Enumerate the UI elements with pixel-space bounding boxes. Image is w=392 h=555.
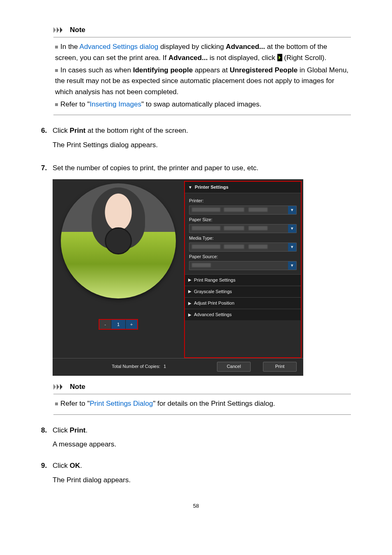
step-number: 9. xyxy=(41,460,53,471)
media-type-select[interactable]: ▾ xyxy=(189,243,297,252)
dropdown-arrow-icon: ▾ xyxy=(288,261,296,270)
svg-marker-3 xyxy=(53,384,56,390)
settings-pane: ▼ Printer Settings Printer: ▾ Paper Size… xyxy=(184,181,302,358)
triangle-right-icon: ▶ xyxy=(188,288,191,295)
step-7: 7. Set the number of copies to print, th… xyxy=(41,163,351,173)
chevrons-right-icon xyxy=(53,26,67,34)
step-text: Click Print at the bottom right of the s… xyxy=(53,125,351,136)
print-button[interactable]: Print xyxy=(263,362,297,372)
media-type-label: Media Type: xyxy=(189,235,297,242)
triangle-right-icon: ▶ xyxy=(188,300,191,307)
paper-size-select[interactable]: ▾ xyxy=(189,224,297,233)
disc-hole xyxy=(105,227,132,254)
svg-marker-2 xyxy=(60,27,62,33)
step-8-sub: A message appears. xyxy=(53,439,351,450)
step-text: Set the number of copies to print, the p… xyxy=(53,163,351,173)
copies-value[interactable]: 1 xyxy=(111,320,125,329)
step-8: 8. Click Print. xyxy=(41,425,351,436)
note2-item: Refer to "Print Settings Dialog" for det… xyxy=(55,398,349,409)
note-box-1: Note In the Advanced Settings dialog dis… xyxy=(53,25,351,115)
dropdown-arrow-icon: ▾ xyxy=(288,243,296,251)
step-9: 9. Click OK. xyxy=(41,460,351,471)
triangle-down-icon: ▼ xyxy=(188,184,192,191)
chevrons-right-icon xyxy=(53,383,67,391)
page-number: 58 xyxy=(41,502,351,510)
triangle-right-icon: ▶ xyxy=(188,312,191,318)
advanced-settings-dialog-link[interactable]: Advanced Settings dialog xyxy=(79,43,158,51)
print-settings-dialog-link[interactable]: Print Settings Dialog xyxy=(90,400,153,407)
note-title: Note xyxy=(70,382,85,392)
paper-source-label: Paper Source: xyxy=(189,253,297,260)
note1-item1: In the Advanced Settings dialog displaye… xyxy=(55,42,349,63)
step-text: Click Print. xyxy=(53,425,351,436)
dialog-footer: Total Number of Copies: 1 Cancel Print xyxy=(53,358,303,376)
bullet-icon xyxy=(55,103,58,106)
svg-marker-1 xyxy=(57,27,59,33)
disc-preview xyxy=(61,183,176,298)
step-6: 6. Click Print at the bottom right of th… xyxy=(41,125,351,136)
preview-pane: - 1 + xyxy=(53,179,184,358)
step-text: Click OK. xyxy=(53,460,351,471)
note-box-2: Note Refer to "Print Settings Dialog" fo… xyxy=(53,382,351,415)
bullet-icon xyxy=(55,402,58,405)
svg-marker-5 xyxy=(60,384,62,390)
note1-item3: Refer to "Inserting Images" to swap auto… xyxy=(55,99,349,110)
grayscale-settings-header[interactable]: ▶Grayscale Settings xyxy=(185,286,301,297)
svg-marker-0 xyxy=(53,27,56,33)
total-copies-label: Total Number of Copies: xyxy=(59,363,164,370)
inserting-images-link[interactable]: Inserting Images xyxy=(90,100,141,108)
triangle-right-icon: ▶ xyxy=(188,277,191,283)
step-6-sub: The Print Settings dialog appears. xyxy=(53,140,351,150)
printer-settings-header[interactable]: ▼ Printer Settings xyxy=(185,182,301,193)
step-number: 6. xyxy=(41,125,53,136)
step-number: 8. xyxy=(41,425,53,436)
copies-spinner: - 1 + xyxy=(99,319,138,330)
step-number: 7. xyxy=(41,163,53,173)
decrement-copies-button[interactable]: - xyxy=(99,320,111,329)
bullet-icon xyxy=(55,69,58,72)
svg-marker-4 xyxy=(57,384,59,390)
note-title: Note xyxy=(70,25,85,35)
cancel-button[interactable]: Cancel xyxy=(217,362,251,372)
note-header: Note xyxy=(53,382,351,394)
step-9-sub: The Print dialog appears. xyxy=(53,475,351,486)
total-copies-value: 1 xyxy=(164,363,172,370)
note1-item2: In cases such as when Identifying people… xyxy=(55,65,349,97)
dropdown-arrow-icon: ▾ xyxy=(288,206,296,214)
note-header: Note xyxy=(53,25,351,37)
note-body: Refer to "Print Settings Dialog" for det… xyxy=(53,394,351,414)
right-scroll-icon xyxy=(277,54,282,61)
print-settings-screenshot: - 1 + ▼ Printer Settings Printer: ▾ Pape… xyxy=(53,179,303,375)
note-body: In the Advanced Settings dialog displaye… xyxy=(53,37,351,115)
printer-label: Printer: xyxy=(189,197,297,204)
paper-size-label: Paper Size: xyxy=(189,216,297,223)
bullet-icon xyxy=(55,46,58,49)
dropdown-arrow-icon: ▾ xyxy=(288,224,296,233)
printer-select[interactable]: ▾ xyxy=(189,206,297,215)
paper-source-select[interactable]: ▾ xyxy=(189,261,297,270)
increment-copies-button[interactable]: + xyxy=(125,320,137,329)
advanced-settings-header[interactable]: ▶Advanced Settings xyxy=(185,309,301,320)
print-range-settings-header[interactable]: ▶Print Range Settings xyxy=(185,274,301,286)
adjust-print-position-header[interactable]: ▶Adjust Print Position xyxy=(185,297,301,309)
